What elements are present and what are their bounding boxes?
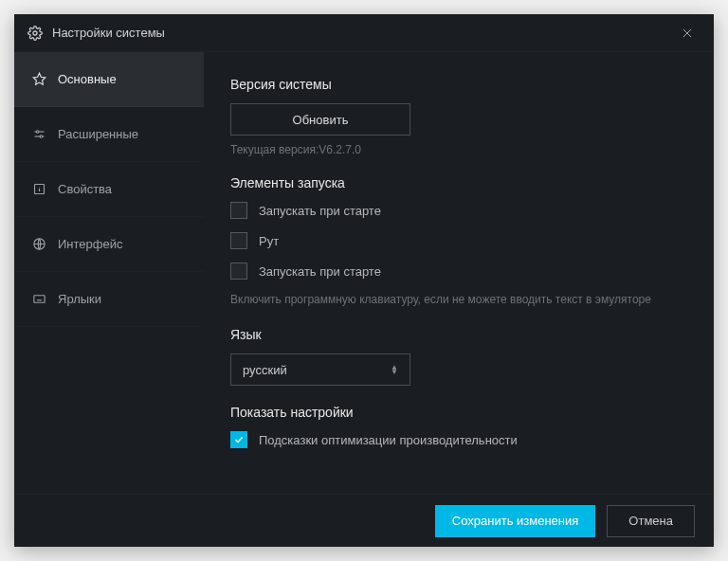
settings-window: Настройки системы Основные [14,14,714,547]
close-button[interactable] [674,20,701,46]
checkbox-box [230,202,247,219]
current-version-text: Текущая версия:V6.2.7.0 [230,143,687,156]
checkbox-label: Запускать при старте [259,264,381,279]
version-section-title: Версия системы [230,77,687,92]
sidebar-item-label: Свойства [58,182,112,196]
sidebar-item-interface[interactable]: Интерфейс [14,217,204,272]
update-button[interactable]: Обновить [230,103,410,136]
sidebar-item-label: Интерфейс [58,237,122,251]
cancel-button[interactable]: Отмена [607,505,695,537]
sidebar-item-label: Основные [58,72,117,86]
save-button[interactable]: Сохранить изменения [435,505,596,537]
sidebar-item-properties[interactable]: Свойства [14,162,204,217]
checkbox-launch-on-start-2[interactable]: Запускать при старте [230,262,687,280]
gear-icon [27,26,43,41]
sidebar-item-label: Ярлыки [58,292,101,306]
sidebar-item-shortcuts[interactable]: Ярлыки [14,272,204,327]
checkbox-label: Запускать при старте [259,204,381,218]
content-area: Версия системы Обновить Текущая версия:V… [204,52,714,494]
svg-point-7 [40,136,43,138]
globe-icon [31,237,46,252]
chevron-updown-icon: ▲▼ [391,365,398,374]
startup-section-title: Элементы запуска [230,175,687,190]
checkbox-root[interactable]: Рут [230,232,687,249]
sidebar: Основные Расширенные Свойства [14,52,204,494]
footer: Сохранить изменения Отмена [14,494,714,547]
sidebar-item-label: Расширенные [58,127,138,141]
sidebar-item-general[interactable]: Основные [14,52,204,107]
window-title: Настройки системы [52,26,165,40]
svg-point-5 [36,131,39,134]
checkbox-box [230,431,247,448]
svg-rect-12 [33,296,44,303]
checkbox-box [230,232,247,249]
info-icon [31,182,46,197]
checkbox-launch-on-start[interactable]: Запускать при старте [230,202,687,219]
keyboard-icon [31,292,46,307]
checkbox-box [230,262,247,280]
keyboard-hint-text: Включить программную клавиатуру, если не… [230,291,687,308]
titlebar: Настройки системы [14,14,714,52]
svg-point-0 [33,31,37,35]
svg-marker-3 [33,73,46,84]
sidebar-item-advanced[interactable]: Расширенные [14,107,204,162]
show-settings-title: Показать настройки [230,405,687,420]
language-select[interactable]: русский ▲▼ [230,353,410,386]
checkbox-perf-hints[interactable]: Подсказки оптимизации производительности [230,431,687,448]
language-value: русский [243,363,287,377]
checkbox-label: Подсказки оптимизации производительности [259,433,518,447]
sliders-icon [31,127,46,142]
language-section-title: Язык [230,327,687,342]
star-icon [31,72,46,87]
checkbox-label: Рут [259,234,279,248]
